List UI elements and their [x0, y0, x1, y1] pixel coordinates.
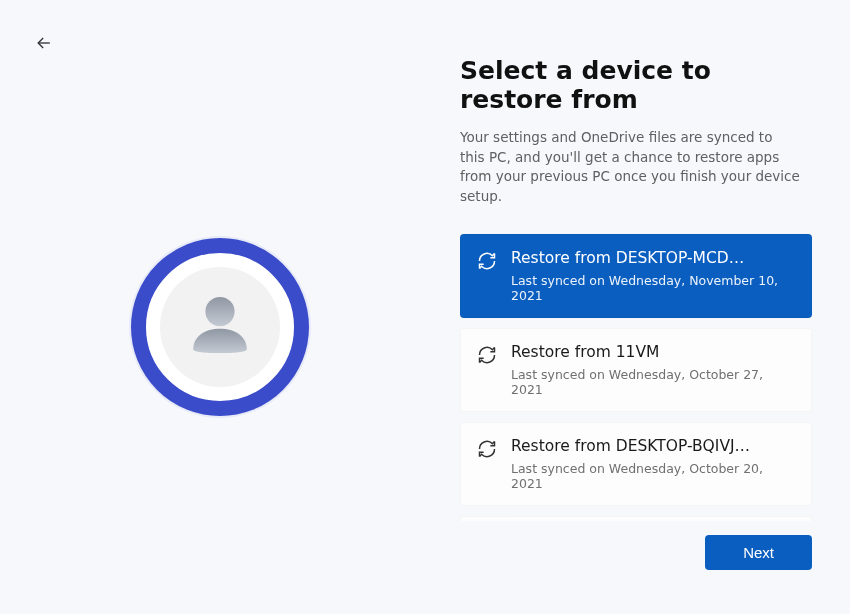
left-pane — [0, 0, 440, 614]
device-subtitle: Last synced on Wednesday, November 10, 2… — [511, 273, 793, 303]
sync-icon — [477, 439, 497, 459]
device-subtitle: Last synced on Wednesday, October 20, 20… — [511, 461, 793, 491]
content: Select a device to restore from Your set… — [460, 56, 812, 521]
sync-icon — [477, 345, 497, 365]
next-button[interactable]: Next — [705, 535, 812, 570]
device-option-1[interactable]: Restore from 11VM Last synced on Wednesd… — [460, 328, 812, 412]
sync-icon — [477, 251, 497, 271]
main-layout: Select a device to restore from Your set… — [0, 0, 850, 614]
device-option-2[interactable]: Restore from DESKTOP-BQIVJ… Last synced … — [460, 422, 812, 506]
device-option-0[interactable]: Restore from DESKTOP-MCD… Last synced on… — [460, 234, 812, 318]
device-text: Restore from 11VM Last synced on Wednesd… — [511, 343, 793, 397]
device-list: Restore from DESKTOP-MCD… Last synced on… — [460, 234, 812, 521]
back-arrow-icon — [34, 33, 54, 56]
device-subtitle: Last synced on Wednesday, October 27, 20… — [511, 367, 793, 397]
back-button[interactable] — [28, 28, 60, 60]
device-title: Restore from DESKTOP-MCD… — [511, 249, 793, 267]
footer: Next — [460, 521, 812, 594]
page-description: Your settings and OneDrive files are syn… — [460, 128, 800, 206]
device-title: Restore from DESKTOP-BQIVJ… — [511, 437, 793, 455]
avatar-background — [160, 267, 280, 387]
page-title: Select a device to restore from — [460, 56, 812, 114]
device-title: Restore from 11VM — [511, 343, 793, 361]
person-icon — [181, 286, 259, 368]
svg-point-0 — [205, 297, 234, 326]
avatar-ring — [131, 238, 309, 416]
device-text: Restore from DESKTOP-BQIVJ… Last synced … — [511, 437, 793, 491]
right-pane: Select a device to restore from Your set… — [440, 0, 850, 614]
device-text: Restore from DESKTOP-MCD… Last synced on… — [511, 249, 793, 303]
